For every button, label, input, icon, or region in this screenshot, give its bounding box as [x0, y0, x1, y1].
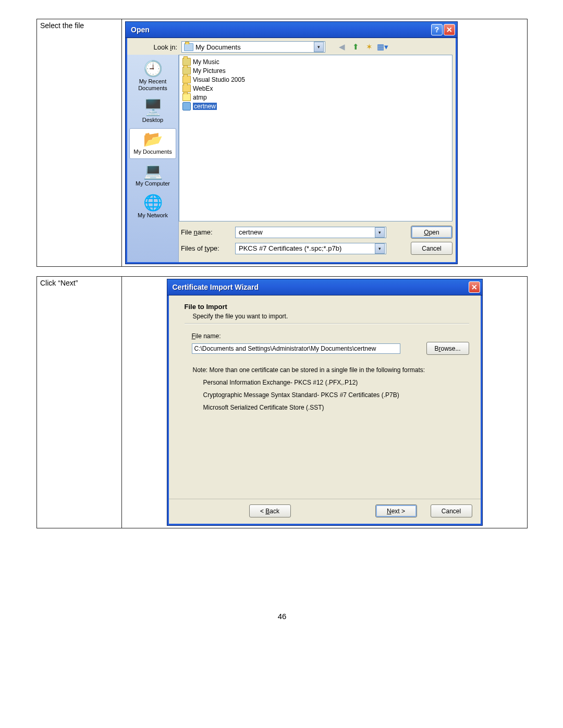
chevron-down-icon[interactable]: ▾	[314, 42, 324, 52]
open-dialog-title: Open	[131, 26, 430, 34]
lookin-combobox[interactable]: My Documents ▾	[181, 41, 325, 53]
filetype-value: PKCS #7 Certificates (*.spc;*.p7b)	[239, 244, 341, 252]
cert-import-wizard-dialog: Certificate Import Wizard ✕ File to Impo…	[167, 279, 483, 526]
my-network-icon: 🌐	[131, 194, 175, 211]
wizard-heading: File to Import	[185, 303, 469, 311]
filename-value: certnew	[239, 228, 263, 236]
wizard-titlebar[interactable]: Certificate Import Wizard ✕	[167, 279, 482, 295]
file-list[interactable]: My Music My Pictures Visual Studio 2005	[179, 55, 452, 221]
wizard-format-2: Cryptographic Message Syntax Standard- P…	[203, 391, 469, 399]
wizard-format-3: Microsoft Serialized Certificate Store (…	[203, 404, 469, 411]
cancel-button[interactable]: Cancel	[411, 242, 452, 255]
wizard-filename-input[interactable]	[192, 343, 400, 354]
instruction-row-2: Click “Next” Certificate Import Wizard ✕…	[36, 276, 528, 528]
next-button[interactable]: Next >	[375, 504, 417, 517]
desktop-icon: 🖥️	[131, 99, 175, 116]
place-my-network[interactable]: 🌐 My Network	[129, 192, 176, 223]
open-dialog-titlebar[interactable]: Open ? ✕	[126, 22, 457, 38]
instruction-text-2: Click “Next”	[37, 277, 122, 528]
open-file-dialog: Open ? ✕ Look in: My Documents ▾ ◀	[125, 21, 458, 264]
wizard-subheading: Specify the file you want to import.	[193, 313, 469, 320]
back-button[interactable]: < Back	[249, 504, 291, 517]
lookin-value: My Documents	[195, 43, 241, 51]
places-bar: 🕘 My Recent Documents 🖥️ Desktop 📂 My Do…	[127, 55, 179, 262]
my-documents-icon: 📂	[131, 131, 175, 147]
close-icon[interactable]: ✕	[444, 24, 455, 35]
chevron-down-icon[interactable]: ▾	[375, 243, 385, 254]
place-my-documents[interactable]: 📂 My Documents	[129, 128, 176, 159]
list-item[interactable]: Visual Studio 2005	[182, 75, 449, 84]
filetype-label: Files of type:	[181, 244, 231, 252]
help-icon[interactable]: ?	[431, 24, 443, 35]
wizard-title: Certificate Import Wizard	[173, 283, 468, 291]
open-button[interactable]: Open	[411, 226, 452, 239]
place-desktop[interactable]: 🖥️ Desktop	[129, 96, 176, 127]
lookin-label: Look in:	[131, 43, 177, 51]
my-computer-icon: 💻	[131, 163, 175, 179]
place-my-computer[interactable]: 💻 My Computer	[129, 160, 176, 191]
chevron-down-icon[interactable]: ▾	[375, 227, 385, 238]
list-item[interactable]: WebEx	[182, 84, 449, 93]
browse-button[interactable]: Browse...	[426, 342, 469, 355]
instruction-text-1: Select the file	[37, 19, 122, 267]
new-folder-icon[interactable]: ✶	[364, 42, 374, 52]
views-icon[interactable]: ▦▾	[377, 42, 388, 52]
filename-label: File name:	[181, 228, 231, 236]
divider	[185, 323, 469, 324]
recent-docs-icon: 🕘	[131, 60, 175, 77]
list-item-selected[interactable]: certnew	[182, 102, 449, 110]
up-one-level-icon[interactable]: ⬆	[350, 42, 361, 52]
wizard-format-1: Personal Information Exchange- PKCS #12 …	[203, 379, 469, 386]
folder-icon	[184, 43, 193, 51]
place-recent-docs[interactable]: 🕘 My Recent Documents	[129, 58, 176, 95]
back-icon[interactable]: ◀	[337, 42, 347, 52]
filename-combobox[interactable]: certnew ▾	[235, 227, 386, 238]
page-number: 46	[36, 612, 528, 621]
filetype-combobox[interactable]: PKCS #7 Certificates (*.spc;*.p7b) ▾	[235, 243, 386, 254]
folder-shortcut-icon	[182, 93, 191, 102]
instruction-row-1: Select the file Open ? ✕ Look in: My Doc…	[36, 19, 528, 267]
wizard-note: Note: More than one certificate can be s…	[193, 366, 469, 374]
certificate-icon	[182, 102, 191, 110]
wizard-filename-label: File name:	[192, 332, 469, 340]
close-icon[interactable]: ✕	[469, 281, 480, 293]
cancel-button[interactable]: Cancel	[431, 504, 472, 517]
list-item[interactable]: My Music	[182, 57, 449, 66]
list-item[interactable]: atmp	[182, 93, 449, 102]
list-item[interactable]: My Pictures	[182, 66, 449, 75]
